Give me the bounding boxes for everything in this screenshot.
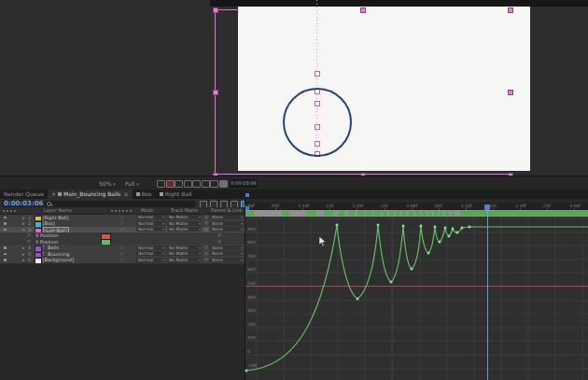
mode-dropdown[interactable]: Normal▾ [136, 215, 165, 219]
chevron-down-icon: ▾ [162, 246, 164, 250]
mode-dropdown[interactable]: Normal▾ [136, 258, 165, 262]
chevron-down-icon: ▾ [162, 227, 164, 232]
keyframe-dot[interactable] [456, 232, 459, 234]
tab-render-queue[interactable]: Render Queue [0, 190, 48, 199]
comp-canvas[interactable] [238, 7, 530, 171]
column-track-matte[interactable]: Track Matte [171, 207, 198, 214]
parent-dropdown[interactable]: None▾ [210, 227, 244, 232]
chevron-down-icon: ▾ [162, 258, 164, 262]
chevron-down-icon: ▾ [136, 181, 139, 187]
chevron-down-icon: ▾ [199, 251, 201, 256]
tab-label: Box [142, 190, 152, 197]
keyframe-dot[interactable] [245, 370, 248, 373]
transparency-grid-icon[interactable] [184, 180, 192, 188]
mode-dropdown[interactable]: Normal▾ [136, 246, 165, 250]
mask-visibility-icon[interactable] [166, 180, 175, 188]
keyframe-dot[interactable] [452, 228, 455, 231]
tab-right-ball[interactable]: Right Ball [156, 190, 196, 199]
selection-handle[interactable] [508, 7, 513, 13]
comp-top-strip [210, 0, 588, 7]
track-matte-dropdown[interactable]: No Matte▾ [167, 215, 202, 219]
keyframe-dot[interactable] [377, 224, 380, 227]
eye-icon[interactable] [4, 246, 7, 249]
column-layer-name[interactable]: Layer Name [44, 207, 72, 214]
eye-icon[interactable] [4, 217, 7, 219]
mode-dropdown[interactable]: Normal▾ [136, 227, 165, 232]
selection-handle[interactable] [360, 7, 366, 13]
track-matte-dropdown[interactable]: No Matte▾ [167, 221, 202, 226]
keyframe-dot[interactable] [411, 268, 413, 271]
keyframe-dot[interactable] [469, 226, 471, 229]
keyframe-dot[interactable] [444, 227, 447, 230]
keyframe-dot[interactable] [439, 241, 441, 244]
tab-box[interactable]: Box [133, 190, 156, 199]
parent-dropdown[interactable]: None▾ [210, 246, 244, 250]
comp-icon [136, 192, 140, 196]
current-time-indicator[interactable] [487, 210, 488, 380]
eye-icon[interactable] [4, 259, 7, 261]
parent-dropdown[interactable]: None▾ [210, 221, 244, 226]
eye-icon[interactable] [4, 253, 7, 256]
column-mode[interactable]: Mode [141, 207, 154, 214]
work-area-marker[interactable] [245, 193, 249, 197]
panel-menu-icon[interactable]: ≡ [123, 190, 128, 197]
eye-icon[interactable] [4, 229, 7, 232]
timeline-panel: 0:00:03:06 Layer Name Mode Track Matte P… [0, 199, 245, 380]
keyframe-dot[interactable] [390, 281, 393, 284]
after-effects-window: 50% ▾ Full ▾ 0:00:03:06 Render Queue×Mai… [0, 0, 588, 380]
keyframe-dot[interactable] [434, 226, 437, 229]
chevron-down-icon: ▾ [199, 215, 201, 219]
selection-handle[interactable] [213, 7, 218, 13]
keyframe-dot[interactable] [448, 235, 451, 238]
tab-label: Render Queue [4, 190, 44, 197]
grid-guides-icon[interactable] [157, 180, 165, 188]
timeline-button-icon[interactable] [192, 180, 201, 188]
chevron-down-icon: ▾ [199, 221, 201, 226]
keyframe-dot[interactable] [357, 298, 359, 301]
chevron-down-icon: ▾ [241, 246, 243, 250]
chevron-down-icon: ▾ [162, 221, 164, 226]
timeline-empty-area [0, 263, 245, 380]
chevron-down-icon: ▾ [241, 215, 243, 219]
mouse-cursor [318, 236, 328, 247]
track-matte-dropdown[interactable]: No Matte▾ [167, 246, 202, 250]
parent-dropdown[interactable]: None▾ [210, 258, 244, 262]
bounce-curve-path[interactable] [246, 225, 588, 371]
mode-dropdown[interactable]: Normal▾ [136, 251, 165, 256]
comp-timecode[interactable]: 0:00:03:06 [230, 179, 258, 188]
eye-icon[interactable] [4, 222, 7, 225]
region-of-interest-icon[interactable] [175, 180, 183, 188]
keyframe-dot[interactable] [420, 225, 423, 228]
column-parent-link[interactable]: Parent & Link [211, 207, 242, 214]
flowchart-icon[interactable] [202, 180, 210, 188]
chevron-down-icon: ▾ [241, 258, 243, 262]
parent-dropdown[interactable]: None▾ [210, 251, 244, 256]
av-column-icons [3, 210, 16, 212]
chevron-down-icon: ▾ [241, 227, 243, 232]
chevron-down-icon: ▾ [162, 251, 164, 256]
tab-main-bouncing-balls[interactable]: ×Main_Bouncing Balls≡ [48, 190, 133, 199]
close-icon[interactable]: × [51, 190, 56, 197]
search-icon-tail [50, 204, 52, 205]
mode-dropdown[interactable]: Normal▾ [136, 221, 165, 226]
keyframe-dot[interactable] [336, 224, 339, 227]
snapshot-camera-icon[interactable] [219, 180, 228, 188]
keyframe-dot[interactable] [402, 225, 405, 228]
exposure-icon[interactable] [210, 180, 218, 188]
chevron-down-icon: ▾ [241, 221, 243, 226]
keyframe-dot[interactable] [461, 227, 464, 230]
keyframe-dot[interactable] [427, 252, 430, 255]
tab-label: Right Ball [165, 190, 192, 197]
chevron-down-icon: ▾ [199, 227, 201, 232]
search-input[interactable] [44, 201, 196, 207]
playhead-marker[interactable] [484, 204, 490, 210]
ball-shape-layer[interactable] [283, 88, 352, 157]
track-matte-dropdown[interactable]: No Matte▾ [167, 258, 202, 262]
track-matte-dropdown[interactable]: No Matte▾ [167, 251, 202, 256]
selection-handle[interactable] [508, 90, 513, 95]
track-matte-dropdown[interactable]: No Matte▾ [167, 227, 202, 232]
selection-handle[interactable] [213, 90, 218, 95]
timeline-timecode[interactable]: 0:00:03:06 [2, 200, 43, 207]
parent-dropdown[interactable]: None▾ [210, 215, 244, 219]
motion-keyframe[interactable] [315, 71, 320, 77]
